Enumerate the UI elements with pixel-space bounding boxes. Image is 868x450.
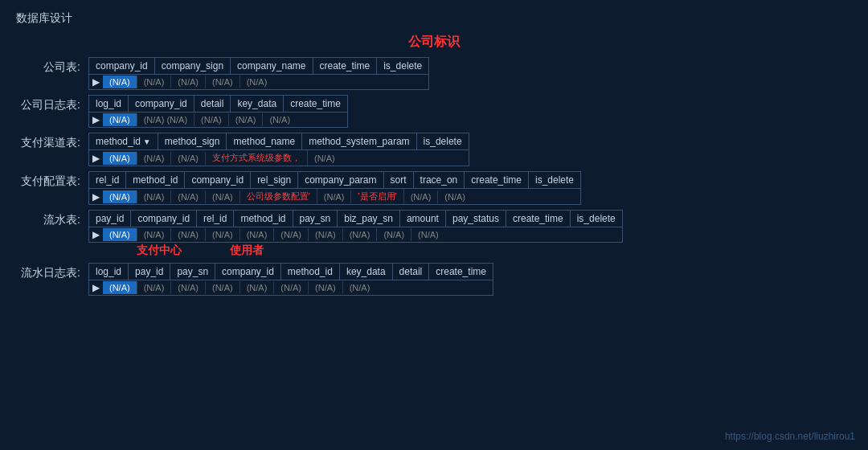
col-company_id: company_id (129, 96, 194, 112)
col-pay_id: pay_id (89, 211, 131, 227)
company-table-header: company_id company_sign company_name cre… (89, 58, 428, 75)
company-table-row: 公司表: company_id company_sign company_nam… (16, 57, 852, 90)
col-is_delete: is_delete (417, 133, 469, 149)
company-table-body: ▶ (N/A) (N/A) (N/A) (N/A) (N/A) (89, 75, 428, 89)
cell-create_time: (N/A) (404, 190, 439, 203)
col-method_id: method_id (234, 211, 293, 227)
payment-channel-table-body: ▶ (N/A) (N/A) (N/A) 支付方式系统级参数， (N/A) (89, 150, 469, 166)
page-title: 数据库设计 (16, 11, 852, 26)
payment-channel-table-header: method_id method_sign method_name method… (89, 133, 469, 150)
company-table-label: 公司表: (16, 57, 80, 75)
cell-method_id: (N/A) (240, 281, 275, 294)
row-arrow: ▶ (89, 227, 103, 242)
cell-amount: (N/A) (309, 228, 343, 241)
cell-method_sign: (N/A) (137, 152, 172, 165)
cell-company_id: (N/A) (103, 76, 137, 88)
cell-company_id: (N/A) (N/A) (137, 113, 194, 126)
transaction-table-body: ▶ (N/A) (N/A) (N/A) (N/A) (N/A) (N/A) (N… (89, 227, 622, 242)
col-method_id: method_id (281, 264, 340, 280)
watermark: https://blog.csdn.net/liuzhirou1 (725, 431, 855, 442)
col-create_time: create_time (313, 58, 378, 74)
col-pay_status: pay_status (446, 211, 506, 227)
cell-company_id: (N/A) (137, 228, 172, 241)
col-method_id: method_id (89, 133, 158, 149)
transaction-table-row: 流水表: pay_id company_id rel_id method_id … (16, 210, 852, 258)
col-pay_id: pay_id (129, 264, 170, 280)
col-is_delete: is_delete (571, 211, 622, 227)
cell-rel_id: (N/A) (103, 190, 137, 203)
col-detail: detail (393, 264, 430, 280)
cell-is_delete: (N/A) (411, 228, 445, 241)
row-arrow: ▶ (89, 280, 103, 295)
cell-company_id: (N/A) (171, 190, 206, 203)
cell-sort: (N/A) (317, 190, 352, 203)
cell-key_data: (N/A) (274, 281, 309, 294)
payment-config-table-row: 支付配置表: rel_id method_id company_id rel_s… (16, 171, 852, 205)
payment-config-table-body: ▶ (N/A) (N/A) (N/A) (N/A) 公司级参数配置' (N/A)… (89, 189, 580, 204)
cell-method_id: (N/A) (206, 228, 240, 241)
company-table: company_id company_sign company_name cre… (88, 57, 429, 90)
col-is_delete: is_delete (377, 58, 428, 74)
row-arrow: ▶ (89, 112, 103, 127)
row-arrow: ▶ (89, 75, 103, 89)
cell-company_param: 公司级参数配置' (240, 189, 317, 204)
company-log-table-header: log_id company_id detail key_data create… (89, 96, 347, 112)
annotation-payment-center: 支付中心 (137, 243, 182, 258)
cell-biz_pay_sn: (N/A) (274, 228, 309, 241)
col-create_time: create_time (429, 264, 493, 280)
cell-rel_id: (N/A) (171, 228, 206, 241)
col-is_delete: is_delete (529, 172, 580, 188)
col-method_sign: method_sign (158, 133, 227, 149)
col-create_time: create_time (506, 211, 571, 227)
transaction-log-table-body: ▶ (N/A) (N/A) (N/A) (N/A) (N/A) (N/A) (N… (89, 280, 493, 295)
cell-log_id: (N/A) (103, 113, 137, 126)
cell-rel_sign: (N/A) (206, 190, 240, 203)
cell-pay_sn: (N/A) (171, 281, 206, 294)
row-arrow: ▶ (89, 190, 103, 204)
col-log_id: log_id (89, 264, 129, 280)
cell-is_delete: (N/A) (438, 190, 472, 203)
transaction-table-label: 流水表: (16, 210, 80, 227)
col-detail: detail (194, 96, 231, 112)
payment-config-table: rel_id method_id company_id rel_sign com… (88, 171, 581, 205)
col-company_name: company_name (231, 58, 313, 74)
payment-channel-table: method_id method_sign method_name method… (88, 133, 469, 166)
col-method_name: method_name (227, 133, 302, 149)
transaction-log-table: log_id pay_id pay_sn company_id method_i… (88, 263, 493, 296)
cell-company_id: (N/A) (206, 281, 240, 294)
col-company_id: company_id (185, 172, 251, 188)
company-log-table-row: 公司日志表: log_id company_id detail key_data… (16, 95, 852, 128)
cell-is_delete: (N/A) (308, 152, 342, 165)
annotation-user: 使用者 (230, 243, 264, 258)
payment-config-table-header: rel_id method_id company_id rel_sign com… (89, 172, 580, 189)
cell-pay_id: (N/A) (103, 228, 137, 241)
col-company_id: company_id (131, 211, 197, 227)
cell-is_delete: (N/A) (240, 76, 274, 88)
col-amount: amount (400, 211, 446, 227)
cell-create_time: (N/A) (377, 228, 411, 241)
cell-detail: (N/A) (309, 281, 343, 294)
cell-method_id: (N/A) (103, 152, 137, 165)
payment-channel-table-label: 支付渠道表: (16, 133, 80, 150)
cell-trace_on: '是否启用' (351, 189, 403, 204)
col-key_data: key_data (231, 96, 284, 112)
company-log-table: log_id company_id detail key_data create… (88, 95, 348, 128)
cell-key_data: (N/A) (229, 113, 264, 126)
col-pay_sn: pay_sn (170, 264, 215, 280)
transaction-log-table-row: 流水日志表: log_id pay_id pay_sn company_id m… (16, 263, 852, 296)
company-log-table-body: ▶ (N/A) (N/A) (N/A) (N/A) (N/A) (N/A) (89, 112, 347, 127)
tables-container: 公司表: company_id company_sign company_nam… (16, 57, 852, 296)
center-label: 公司标识 (408, 35, 460, 48)
row-arrow: ▶ (89, 151, 103, 166)
col-biz_pay_sn: biz_pay_sn (338, 211, 400, 227)
col-create_time: create_time (465, 172, 529, 188)
col-rel_id: rel_id (89, 172, 126, 188)
company-log-table-label: 公司日志表: (16, 95, 80, 112)
col-method_system_param: method_system_param (302, 133, 416, 149)
transaction-log-table-header: log_id pay_id pay_sn company_id method_i… (89, 264, 493, 280)
col-create_time: create_time (284, 96, 347, 112)
payment-channel-table-row: 支付渠道表: method_id method_sign method_name… (16, 133, 852, 166)
col-company_id: company_id (215, 264, 281, 280)
col-company_sign: company_sign (155, 58, 231, 74)
payment-config-table-label: 支付配置表: (16, 171, 80, 189)
